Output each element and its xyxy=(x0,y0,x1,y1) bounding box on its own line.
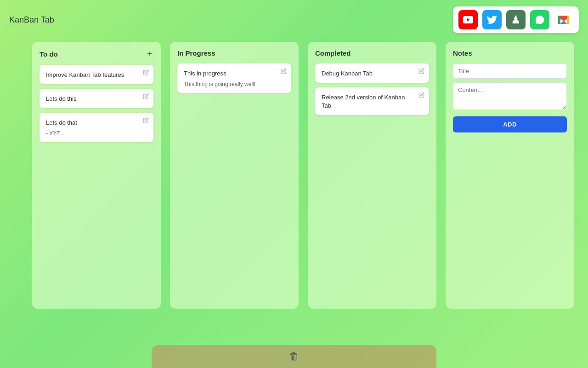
column-title-inprogress: In Progress xyxy=(177,49,215,57)
add-note-button[interactable]: ADD xyxy=(453,116,567,132)
app-title: KanBan Tab xyxy=(9,15,54,25)
card-content-lets-do-that: - XYZ... xyxy=(46,130,147,137)
edit-icon-this-in-progress[interactable] xyxy=(281,68,287,75)
notes-title: Notes xyxy=(453,49,567,57)
card-this-in-progress: This in progress This thing is going rea… xyxy=(177,63,291,93)
notes-title-input[interactable] xyxy=(453,63,567,79)
card-title-release: Release 2nd version of Kanban Tab xyxy=(322,94,405,109)
card-improve: Improve Kanban Tab features xyxy=(40,65,153,84)
card-debug: Debug Kanban Tab xyxy=(315,63,429,83)
edit-icon-lets-do-that[interactable] xyxy=(143,117,149,125)
shortcut-chess[interactable]: ♟ xyxy=(506,10,526,29)
edit-icon-release[interactable] xyxy=(418,92,424,99)
card-content-this-in-progress: This thing is going really well! xyxy=(184,81,285,87)
shortcut-twitter[interactable] xyxy=(482,10,502,29)
column-todo: To do + Improve Kanban Tab features Lets… xyxy=(32,42,161,309)
edit-icon-improve[interactable] xyxy=(143,69,149,77)
column-completed: Completed Debug Kanban Tab Release 2nd v… xyxy=(308,42,436,309)
column-title-todo: To do xyxy=(40,50,58,58)
edit-icon-lets-do-this[interactable] xyxy=(143,93,149,101)
card-release: Release 2nd version of Kanban Tab xyxy=(315,87,429,115)
shortcut-whatsapp[interactable] xyxy=(530,10,549,29)
card-title-lets-do-that: Lets do that xyxy=(46,119,77,126)
trash-icon: 🗑 xyxy=(289,351,299,362)
board: To do + Improve Kanban Tab features Lets… xyxy=(0,42,588,309)
card-title-debug: Debug Kanban Tab xyxy=(322,70,373,77)
add-card-button-todo[interactable]: + xyxy=(146,49,153,58)
column-title-completed: Completed xyxy=(315,49,351,57)
column-header-completed: Completed xyxy=(315,49,429,57)
shortcut-gmail[interactable] xyxy=(554,10,573,29)
card-lets-do-this: Lets do this xyxy=(40,89,153,108)
column-header-todo: To do + xyxy=(40,49,153,58)
shortcuts-bar: ♟ xyxy=(453,6,579,33)
card-title-improve: Improve Kanban Tab features xyxy=(46,71,124,78)
edit-icon-debug[interactable] xyxy=(418,68,424,75)
header: KanBan Tab ♟ xyxy=(0,0,588,40)
card-title-this-in-progress: This in progress xyxy=(184,70,226,77)
card-title-lets-do-this: Lets do this xyxy=(46,95,77,102)
column-notes: Notes ADD xyxy=(446,42,574,309)
card-lets-do-that: Lets do that - XYZ... xyxy=(40,113,153,142)
notes-content-input[interactable] xyxy=(453,82,567,110)
shortcut-youtube[interactable] xyxy=(458,10,478,29)
column-header-inprogress: In Progress xyxy=(177,49,291,57)
column-inprogress: In Progress This in progress This thing … xyxy=(170,42,299,309)
delete-bar[interactable]: 🗑 xyxy=(152,345,436,368)
